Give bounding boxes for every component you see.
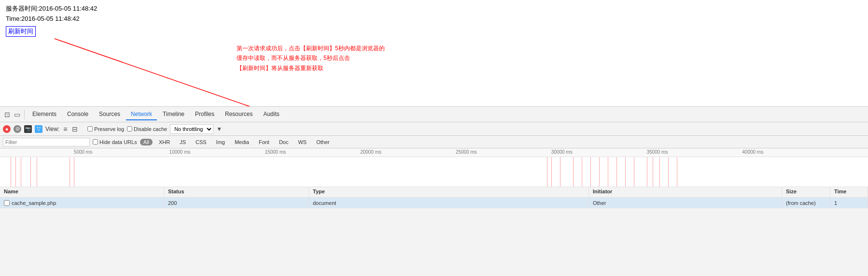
devtools-tab-bar: ⊡ ▭ Elements Console Sources Network Tim… (0, 107, 868, 122)
hide-data-urls-label[interactable]: Hide data URLs (93, 139, 137, 145)
tab-resources[interactable]: Resources (220, 109, 257, 120)
filter-button[interactable]: ▽ (35, 125, 42, 133)
ruler-tick-5000: 5000 ms (74, 148, 92, 155)
waterfall-line (582, 157, 582, 187)
page-wrapper: 服务器时间:2016-05-05 11:48:42 Time:2016-05-0… (0, 0, 868, 276)
waterfall-line (599, 157, 600, 187)
waterfall-line (74, 157, 74, 187)
tab-network[interactable]: Network (126, 109, 157, 120)
tab-separator (24, 110, 25, 119)
hide-data-urls-checkbox[interactable] (93, 139, 98, 145)
device-icon[interactable]: ▭ (13, 110, 21, 119)
tab-audits[interactable]: Audits (258, 109, 284, 120)
filter-xhr-btn[interactable]: XHR (155, 139, 173, 145)
ruler-tick-10000: 10000 ms (169, 148, 191, 155)
ruler-tick-30000: 30000 ms (551, 148, 573, 155)
preserve-log-label[interactable]: Preserve log (87, 126, 124, 132)
th-status: Status (164, 187, 309, 197)
filter-other-btn[interactable]: Other (313, 139, 333, 145)
th-time: Time (830, 187, 868, 197)
table-row[interactable]: cache_sample.php 200 document Other (fro… (0, 198, 868, 208)
disable-cache-checkbox[interactable] (127, 126, 132, 131)
ruler-tick-35000: 35000 ms (647, 148, 668, 155)
ruler-tick-20000: 20000 ms (360, 148, 381, 155)
waterfall-line (608, 157, 608, 187)
waterfall-line (625, 157, 626, 187)
record-button[interactable]: ● (3, 125, 11, 133)
throttle-select[interactable]: No throttling (170, 124, 213, 134)
ruler-tick-25000: 25000 ms (456, 148, 477, 155)
waterfall-line (70, 157, 70, 187)
waterfall-line (21, 157, 21, 187)
view-label: View: (45, 126, 59, 132)
top-area: 服务器时间:2016-05-05 11:48:42 Time:2016-05-0… (0, 0, 868, 106)
waterfall-line (547, 157, 547, 187)
filter-js-btn[interactable]: JS (176, 139, 189, 145)
filter-font-btn[interactable]: Font (255, 139, 273, 145)
waterfall-line (616, 157, 617, 187)
td-type: document (309, 198, 589, 208)
filter-all-btn[interactable]: All (140, 139, 153, 145)
ruler-tick-40000: 40000 ms (742, 148, 763, 155)
waterfall-line (677, 157, 677, 187)
td-status: 200 (164, 198, 309, 208)
tab-elements[interactable]: Elements (28, 109, 61, 120)
table-header-row: Name Status Type Initiator Size Time (0, 187, 868, 198)
server-time: 服务器时间:2016-05-05 11:48:42 (6, 4, 862, 14)
tab-timeline[interactable]: Timeline (158, 109, 189, 120)
waterfall-line (11, 157, 11, 187)
waterfall-line (30, 157, 31, 187)
timeline-waterfall (0, 157, 868, 187)
td-name: cache_sample.php (0, 198, 164, 208)
waterfall-line (590, 157, 591, 187)
devtools-panel: ⊡ ▭ Elements Console Sources Network Tim… (0, 106, 868, 276)
waterfall-line (573, 157, 574, 187)
list-view-icon[interactable]: ≡ (62, 125, 68, 133)
filter-doc-btn[interactable]: Doc (276, 139, 292, 145)
waterfall-line (560, 157, 560, 187)
waterfall-line (634, 157, 634, 187)
th-initiator: Initiator (589, 187, 782, 197)
preserve-log-checkbox[interactable] (87, 126, 93, 131)
devtools-toolbar: ● ⊘ 📷 ▽ View: ≡ ⊟ Preserve log Disable c… (0, 122, 868, 136)
throttle-arrow-icon[interactable]: ▼ (216, 126, 222, 132)
filter-media-btn[interactable]: Media (231, 139, 252, 145)
tab-console[interactable]: Console (62, 109, 93, 120)
filter-input[interactable] (3, 138, 90, 146)
th-name: Name (0, 187, 164, 197)
filter-ws-btn[interactable]: WS (294, 139, 310, 145)
tree-view-icon[interactable]: ⊟ (71, 125, 79, 133)
td-time: 1 (830, 198, 868, 208)
waterfall-line (15, 157, 16, 187)
waterfall-line (659, 157, 660, 187)
filter-css-btn[interactable]: CSS (192, 139, 210, 145)
td-initiator: Other (589, 198, 782, 208)
waterfall-line (37, 157, 37, 187)
td-size: (from cache) (782, 198, 830, 208)
th-size: Size (782, 187, 830, 197)
row-select-checkbox[interactable] (4, 200, 10, 206)
timeline-ruler: 5000 ms 10000 ms 15000 ms 20000 ms 25000… (0, 148, 868, 157)
ruler-tick-15000: 15000 ms (265, 148, 286, 155)
waterfall-line (668, 157, 669, 187)
refresh-time-button[interactable]: 刷新时间 (6, 26, 36, 37)
network-table: Name Status Type Initiator Size Time cac… (0, 187, 868, 208)
stop-button[interactable]: ⊘ (14, 125, 21, 133)
waterfall-line (647, 157, 647, 187)
client-time: Time:2016-05-05 11:48:42 (6, 14, 862, 24)
th-type: Type (309, 187, 589, 197)
tab-profiles[interactable]: Profiles (190, 109, 219, 120)
camera-button[interactable]: 📷 (24, 125, 32, 133)
annotation-text: 第一次请求成功后，点击【刷新时间】5秒内都是浏览器的 缓存中读取，而不从服务器获… (237, 44, 385, 73)
filter-img-btn[interactable]: Img (213, 139, 228, 145)
waterfall-line (653, 157, 653, 187)
waterfall-line (551, 157, 552, 187)
disable-cache-label[interactable]: Disable cache (127, 126, 167, 132)
tab-sources[interactable]: Sources (94, 109, 125, 120)
inspect-icon[interactable]: ⊡ (3, 110, 12, 119)
devtools-filter-bar: Hide data URLs All XHR JS CSS Img Media … (0, 136, 868, 148)
timeline-area: 5000 ms 10000 ms 15000 ms 20000 ms 25000… (0, 148, 868, 187)
